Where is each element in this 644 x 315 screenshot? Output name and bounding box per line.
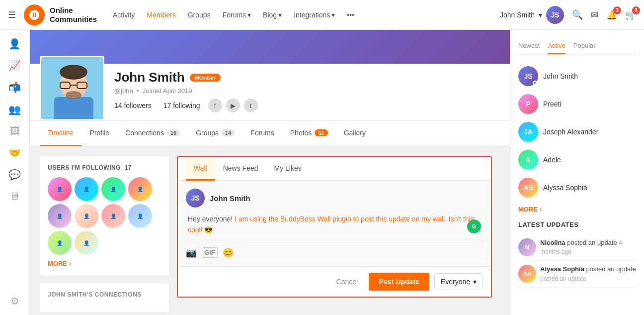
wall-tab-newsfeed[interactable]: News Feed — [215, 157, 266, 181]
tab-connections[interactable]: Connections 16 — [117, 121, 188, 146]
right-member-adele: A Adele — [518, 146, 636, 174]
following-widget-title: USERS I'M FOLLOWING 17 — [48, 164, 161, 171]
right-sidebar: Newest Active Popular JS John Smith P Pr… — [510, 30, 644, 315]
cart-icon[interactable]: 🛒 2 — [625, 9, 636, 20]
sidebar-settings-icon[interactable]: ⚙ — [10, 296, 19, 307]
following-count[interactable]: 17 following — [163, 102, 200, 109]
audience-selector[interactable]: Everyone ▾ — [434, 273, 483, 290]
twitter-icon[interactable]: t — [244, 99, 258, 112]
right-avatar-adele[interactable]: A — [518, 150, 538, 170]
profile-info: John Smith Member @john • Joined April 2… — [104, 64, 500, 120]
wall-tabs: Wall News Feed My Likes — [178, 157, 491, 181]
search-icon[interactable]: 🔍 — [572, 9, 583, 20]
profile-avatar — [40, 56, 104, 120]
members-more-button[interactable]: MORE › — [518, 206, 636, 213]
sidebar-inbox-icon[interactable]: 📬 — [8, 82, 21, 94]
svg-point-0 — [31, 10, 33, 12]
following-avatar-4[interactable]: 👤 — [128, 177, 152, 201]
youtube-icon[interactable]: ▶ — [226, 99, 240, 112]
right-avatar-preeti[interactable]: P — [518, 94, 538, 114]
message-icon[interactable]: ✉ — [591, 9, 598, 20]
right-avatar-joseph[interactable]: JA — [518, 122, 538, 142]
following-avatar-8[interactable]: 👤 — [128, 204, 152, 228]
logo-icon — [24, 4, 45, 25]
social-icons: f ▶ t — [208, 99, 258, 112]
right-member-preeti: P Preeti — [518, 90, 636, 118]
tab-photos[interactable]: Photos 51 — [282, 121, 336, 146]
notification-icon[interactable]: 🔔 3 — [606, 9, 617, 20]
following-avatar-5[interactable]: 👤 — [48, 204, 72, 228]
right-tab-active[interactable]: Active — [548, 38, 565, 54]
update-avatar-alyssa2[interactable]: AS — [518, 265, 536, 283]
tab-profile[interactable]: Profile — [81, 121, 117, 146]
post-update-button[interactable]: Post Update — [369, 273, 429, 291]
right-tab-newest[interactable]: Newest — [518, 38, 540, 54]
logo-svg — [28, 9, 40, 21]
tab-timeline[interactable]: Timeline — [40, 121, 81, 146]
following-avatar-3[interactable]: 👤 — [101, 177, 125, 201]
profile-main: John Smith Member @john • Joined April 2… — [30, 30, 510, 315]
nav-more[interactable]: ••• — [347, 11, 354, 19]
wall-section: Wall News Feed My Likes JS John Smith — [177, 156, 492, 298]
sidebar-groups-icon[interactable]: 👥 — [8, 104, 21, 115]
update-text-nicolina: Nicolina posted an update 4 months ago — [540, 238, 636, 256]
nav-activity[interactable]: Activity — [113, 11, 135, 19]
update-avatar-nicolina[interactable]: N — [518, 238, 536, 256]
nav-forums[interactable]: Forums ▾ — [223, 11, 251, 19]
sidebar-chat-icon[interactable]: 💬 — [8, 169, 21, 181]
right-sidebar-tabs: Newest Active Popular — [518, 38, 636, 54]
logo-area[interactable]: Online Communities — [24, 4, 97, 25]
following-avatar-2[interactable]: 👤 — [75, 177, 98, 201]
right-tab-popular[interactable]: Popular — [573, 38, 596, 54]
chevron-down-icon: ▾ — [473, 278, 477, 286]
tab-gallery[interactable]: Gallery — [336, 121, 374, 146]
right-avatar-john[interactable]: JS — [518, 66, 538, 86]
post-author-row: JS John Smith — [186, 189, 483, 208]
tab-groups[interactable]: Groups 14 — [188, 121, 242, 146]
sidebar-friends-icon[interactable]: 🤝 — [8, 147, 21, 159]
notification-badge: 3 — [613, 6, 621, 14]
following-avatar-1[interactable]: 👤 — [48, 177, 72, 201]
right-member-john: JS John Smith — [518, 62, 636, 90]
right-avatar-alyssa[interactable]: AS — [518, 178, 538, 198]
post-author-avatar: JS — [186, 189, 205, 208]
chevron-right-icon: › — [69, 260, 71, 267]
nav-blog[interactable]: Blog ▾ — [263, 11, 282, 19]
sidebar-person-icon[interactable]: 👤 — [8, 38, 21, 50]
post-actions: Cancel Post Update Everyone ▾ — [178, 266, 491, 297]
nav-integrations[interactable]: Integrations ▾ — [294, 11, 335, 19]
following-avatar-6[interactable]: 👤 — [75, 204, 98, 228]
gif-tool-icon[interactable]: GIF — [202, 247, 218, 258]
profile-header: John Smith Member @john • Joined April 2… — [30, 64, 510, 121]
followers-count[interactable]: 14 followers — [114, 102, 152, 109]
wall-tab-mylikes[interactable]: My Likes — [266, 157, 310, 181]
tab-forums[interactable]: Forums — [242, 121, 282, 146]
user-menu[interactable]: John Smith ▾ JS — [500, 6, 564, 24]
update-item-alyssa: AS Alyssa Sophia posted an update posted… — [518, 261, 636, 287]
chevron-right-icon: › — [540, 206, 542, 213]
sidebar-image-icon[interactable]: 🖼 — [10, 125, 20, 137]
nav-members[interactable]: Members — [147, 11, 175, 19]
camera-tool-icon[interactable]: 📷 — [186, 247, 197, 258]
latest-updates-title: LATEST UPDATES — [518, 221, 636, 228]
connections-count: 16 — [167, 129, 180, 136]
post-tools: 📷 GIF 😊 — [186, 242, 483, 258]
emoji-tool-icon[interactable]: 😊 — [223, 247, 234, 258]
connections-widget-title: JOHN SMITH'S CONNECTIONS — [48, 291, 161, 298]
wall-tab-wall[interactable]: Wall — [186, 157, 215, 181]
cancel-button[interactable]: Cancel — [330, 274, 364, 290]
following-more-link[interactable]: MORE › — [48, 260, 161, 267]
profile-photo — [41, 57, 104, 120]
following-avatar-10[interactable]: 👤 — [75, 231, 98, 255]
photos-count: 51 — [315, 129, 327, 136]
groups-count: 14 — [222, 129, 235, 136]
following-avatar-9[interactable]: 👤 — [48, 231, 72, 255]
facebook-icon[interactable]: f — [208, 99, 222, 112]
nav-groups[interactable]: Groups — [188, 11, 211, 19]
sidebar-screen-icon[interactable]: 🖥 — [10, 191, 20, 202]
hamburger-menu[interactable]: ☰ — [8, 9, 16, 20]
following-grid: 👤 👤 👤 👤 👤 👤 👤 👤 👤 👤 — [48, 177, 161, 255]
sidebar-activity-icon[interactable]: 📈 — [8, 60, 21, 72]
following-avatar-7[interactable]: 👤 — [101, 204, 125, 228]
member-badge: Member — [190, 74, 221, 82]
